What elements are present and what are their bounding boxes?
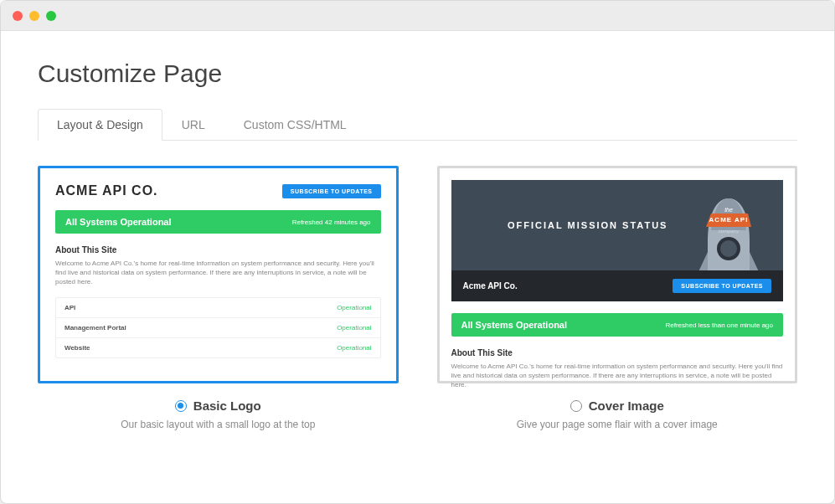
components-table: API Operational Management Portal Operat… bbox=[55, 297, 381, 358]
component-status: Operational bbox=[337, 324, 371, 332]
radio-basic-logo[interactable]: Basic Logo bbox=[38, 399, 399, 413]
rocket-icon: the ACME API company bbox=[693, 193, 765, 270]
status-refreshed: Refreshed less than one minute ago bbox=[665, 321, 773, 329]
about-heading: About This Site bbox=[451, 348, 784, 357]
radio-icon bbox=[570, 400, 582, 412]
preview-cover-image[interactable]: OFFICIAL MISSION STATUS the bbox=[437, 166, 798, 383]
table-row: Management Portal Operational bbox=[56, 318, 380, 338]
radio-label: Basic Logo bbox=[193, 399, 261, 413]
window-titlebar bbox=[1, 1, 834, 31]
option-basic-logo: ACME API CO. SUBSCRIBE TO UPDATES All Sy… bbox=[38, 166, 399, 430]
option-footer: Basic Logo Our basic layout with a small… bbox=[38, 399, 399, 430]
radio-icon bbox=[175, 400, 187, 412]
subscribe-button: SUBSCRIBE TO UPDATES bbox=[673, 279, 771, 293]
layout-options: ACME API CO. SUBSCRIBE TO UPDATES All Sy… bbox=[38, 166, 797, 430]
svg-text:the: the bbox=[724, 207, 733, 213]
about-body: Welcome to Acme API Co.'s home for real-… bbox=[55, 259, 381, 287]
page-content: Customize Page Layout & Design URL Custo… bbox=[1, 31, 834, 430]
component-name: API bbox=[64, 304, 75, 311]
table-row: API Operational bbox=[56, 298, 380, 318]
status-text: All Systems Operational bbox=[65, 217, 172, 227]
tab-bar: Layout & Design URL Custom CSS/HTML bbox=[38, 108, 797, 141]
svg-text:ACME API: ACME API bbox=[709, 216, 749, 224]
tab-layout-design[interactable]: Layout & Design bbox=[38, 109, 162, 141]
radio-label: Cover Image bbox=[589, 399, 664, 413]
component-name: Management Portal bbox=[64, 324, 126, 332]
minimize-icon[interactable] bbox=[29, 11, 39, 21]
table-row: Website Operational bbox=[56, 338, 380, 357]
status-bar: All Systems Operational Refreshed less t… bbox=[451, 313, 784, 337]
close-icon[interactable] bbox=[13, 11, 23, 21]
component-status: Operational bbox=[337, 344, 371, 352]
about-body: Welcome to Acme API Co.'s home for real-… bbox=[451, 362, 784, 390]
subscribe-button: SUBSCRIBE TO UPDATES bbox=[282, 184, 381, 198]
svg-text:company: company bbox=[719, 229, 740, 234]
status-bar: All Systems Operational Refreshed 42 min… bbox=[55, 210, 381, 234]
radio-cover-image[interactable]: Cover Image bbox=[437, 399, 798, 413]
option-cover-image: OFFICIAL MISSION STATUS the bbox=[437, 166, 798, 430]
component-name: Website bbox=[64, 344, 90, 352]
page-title: Customize Page bbox=[38, 59, 797, 88]
app-window: Customize Page Layout & Design URL Custo… bbox=[0, 0, 835, 504]
preview-logo-text: ACME API CO. bbox=[55, 183, 158, 198]
status-refreshed: Refreshed 42 minutes ago bbox=[292, 219, 371, 226]
preview-header: ACME API CO. SUBSCRIBE TO UPDATES bbox=[55, 183, 381, 198]
tab-url[interactable]: URL bbox=[162, 109, 224, 141]
option-description: Our basic layout with a small logo at th… bbox=[38, 419, 399, 430]
option-footer: Cover Image Give your page some flair wi… bbox=[437, 399, 798, 430]
cover-company-name: Acme API Co. bbox=[463, 281, 518, 291]
preview-basic-logo[interactable]: ACME API CO. SUBSCRIBE TO UPDATES All Sy… bbox=[38, 166, 399, 383]
zoom-icon[interactable] bbox=[46, 11, 56, 21]
option-description: Give your page some flair with a cover i… bbox=[437, 419, 798, 430]
cover-hero-title: OFFICIAL MISSION STATUS bbox=[508, 220, 667, 230]
about-heading: About This Site bbox=[55, 245, 381, 255]
status-text: All Systems Operational bbox=[461, 320, 568, 330]
cover-hero: OFFICIAL MISSION STATUS the bbox=[451, 180, 784, 270]
cover-company-bar: Acme API Co. SUBSCRIBE TO UPDATES bbox=[451, 270, 784, 301]
tab-custom-css-html[interactable]: Custom CSS/HTML bbox=[224, 109, 366, 141]
component-status: Operational bbox=[337, 304, 371, 311]
svg-point-1 bbox=[720, 240, 737, 257]
